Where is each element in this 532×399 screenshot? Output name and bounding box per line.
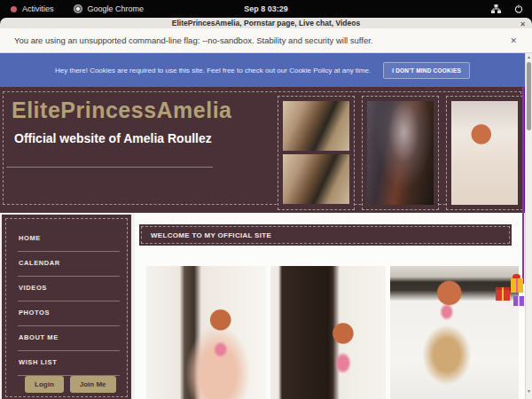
site-header: ElitePrincessAmelia Official website of … bbox=[0, 87, 525, 213]
sidebar-item-about-me[interactable]: ABOUT ME bbox=[18, 326, 120, 351]
page-viewport: Hey there! Cookies are required to use t… bbox=[0, 53, 532, 399]
login-button[interactable]: Login bbox=[25, 376, 64, 393]
gallery-photo-1[interactable] bbox=[146, 266, 266, 399]
scroll-up-icon[interactable]: ▲ bbox=[526, 54, 532, 59]
header-photo-3[interactable] bbox=[446, 96, 523, 210]
clock[interactable]: Sep 8 03:29 bbox=[0, 0, 532, 18]
window-title-bar[interactable]: ElitePrincesAmelia, Pornstar page, Live … bbox=[0, 18, 532, 28]
header-photo-2-image bbox=[367, 101, 434, 205]
vertical-scrollbar[interactable]: ▲ ▼ bbox=[525, 53, 532, 399]
scroll-down-icon[interactable]: ▼ bbox=[526, 388, 532, 394]
desktop-screen: Activities Google Chrome Sep 8 03:29 bbox=[0, 0, 532, 399]
sidebar-item-calendar[interactable]: CALENDAR bbox=[18, 252, 120, 277]
header-photo-1-bottom bbox=[283, 154, 349, 204]
header-photo-2[interactable] bbox=[362, 96, 439, 210]
header-photo-3-image bbox=[451, 101, 518, 205]
sidebar-item-wish-list[interactable]: WISH LIST bbox=[18, 351, 120, 376]
sidebar-item-photos[interactable]: PHOTOS bbox=[18, 301, 120, 326]
system-top-bar: Activities Google Chrome Sep 8 03:29 bbox=[0, 0, 532, 18]
gift-purple-icon bbox=[513, 296, 524, 306]
site-tagline: Official website of Amelia Roullez bbox=[14, 131, 212, 145]
sidebar-nav: HOME CALENDAR VIDEOS PHOTOS ABOUT ME WIS… bbox=[18, 227, 120, 376]
window-title: ElitePrincesAmelia, Pornstar page, Live … bbox=[172, 19, 360, 27]
sidebar: HOME CALENDAR VIDEOS PHOTOS ABOUT ME WIS… bbox=[2, 215, 131, 399]
join-me-button[interactable]: Join Me bbox=[70, 376, 116, 393]
gift-gold-icon bbox=[511, 278, 523, 293]
cookie-message: Hey there! Cookies are required to use t… bbox=[55, 66, 371, 74]
gift-ribbon-string bbox=[522, 87, 524, 284]
header-divider bbox=[6, 167, 213, 168]
network-icon[interactable] bbox=[491, 4, 501, 13]
infobar-message: You are using an unsupported command-lin… bbox=[14, 35, 373, 45]
welcome-heading: WELCOME TO MY OFFICIAL SITE bbox=[141, 226, 510, 244]
site-logo[interactable]: ElitePrincessAmelia bbox=[12, 98, 232, 123]
welcome-banner: WELCOME TO MY OFFICIAL SITE bbox=[139, 224, 512, 246]
header-photo-1[interactable] bbox=[278, 96, 355, 210]
sidebar-item-home[interactable]: HOME bbox=[18, 227, 120, 252]
scrollbar-thumb[interactable] bbox=[527, 62, 531, 130]
gift-red-icon bbox=[496, 287, 510, 301]
chrome-infobar: You are using an unsupported command-lin… bbox=[0, 28, 532, 53]
infobar-close-icon[interactable]: ✕ bbox=[510, 36, 518, 45]
cookie-consent-bar: Hey there! Cookies are required to use t… bbox=[0, 53, 525, 87]
power-icon[interactable] bbox=[514, 4, 523, 13]
header-photo-1-top bbox=[283, 101, 349, 151]
cookie-accept-button[interactable]: I DON'T MIND COOKIES bbox=[383, 62, 470, 79]
sidebar-item-videos[interactable]: VIDEOS bbox=[18, 277, 120, 301]
gallery-photo-2[interactable] bbox=[270, 266, 386, 399]
